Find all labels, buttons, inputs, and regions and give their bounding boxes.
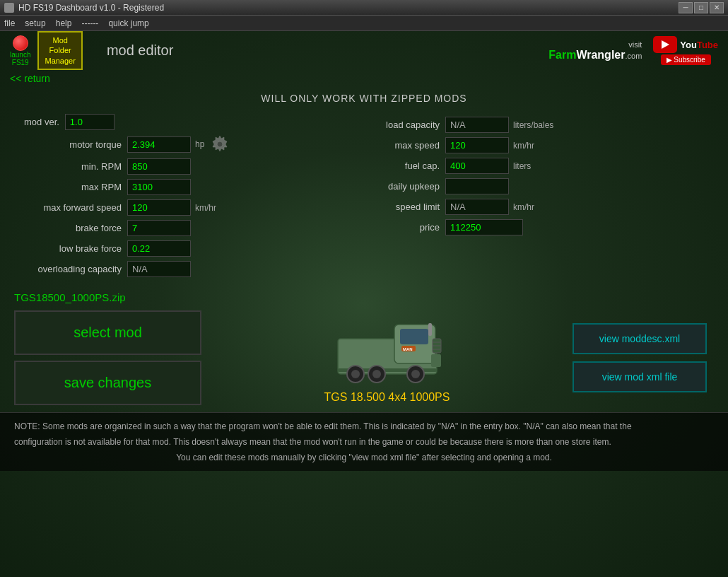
overloading-input[interactable] (127, 261, 191, 277)
truck-name: TGS 18.500 4x4 1000PS (324, 391, 450, 404)
visit-area: visit FarmWrangler.com (548, 40, 642, 62)
min-rpm-input[interactable] (127, 158, 191, 175)
launch-icon (13, 35, 28, 51)
note-line2: configuration is not available for that … (14, 436, 714, 448)
menu-file[interactable]: file (4, 18, 15, 28)
load-cap-unit: liters/bales (509, 120, 553, 130)
maximize-button[interactable]: □ (694, 2, 708, 13)
form-left: mod ver. motor torque hp min. RPM (14, 114, 360, 281)
max-fwd-label: max forward speed (14, 202, 127, 213)
mod-folder-manager-button[interactable]: Mod Folder Manager (37, 31, 82, 70)
motor-torque-row: motor torque hp (14, 134, 360, 154)
fuel-cap-input[interactable] (445, 158, 509, 174)
max-rpm-input[interactable] (127, 179, 191, 195)
view-mod-xml-button[interactable]: view mod xml file (573, 361, 707, 392)
minimize-button[interactable]: ─ (679, 2, 693, 13)
svg-point-8 (351, 370, 360, 378)
max-fwd-unit: km/hr (191, 203, 216, 213)
load-cap-input[interactable] (445, 117, 509, 133)
title-bar: HD FS19 Dashboard v1.0 - Registered ─ □ … (0, 0, 728, 16)
speed-limit-label: speed limit (368, 202, 445, 212)
bottom-section: select mod save changes (0, 306, 728, 409)
select-mod-button[interactable]: select mod (14, 310, 201, 355)
main-form: mod ver. motor torque hp min. RPM (0, 110, 728, 286)
view-moddesc-button[interactable]: view moddesc.xml (573, 323, 707, 354)
play-icon (662, 40, 669, 49)
menu-quickjump[interactable]: quick jump (108, 18, 148, 28)
menu-setup[interactable]: setup (25, 18, 45, 28)
launch-line1: launch (10, 51, 30, 59)
low-brake-row: low brake force (14, 240, 360, 257)
max-speed-label: max speed (368, 140, 445, 151)
youtube-text: YouTube (680, 40, 718, 49)
speed-limit-row: speed limit km/hr (368, 199, 714, 215)
max-fwd-input[interactable] (127, 199, 191, 216)
launch-line2: FS19 (12, 59, 29, 66)
low-brake-label: low brake force (14, 243, 127, 254)
motor-torque-unit: hp (191, 139, 204, 149)
save-changes-button[interactable]: save changes (14, 361, 201, 405)
load-cap-label: load capacity (368, 120, 445, 130)
load-cap-row: load capacity liters/bales (368, 117, 714, 133)
note-line1: NOTE: Some mods are organized in such a … (14, 420, 714, 433)
svg-rect-13 (428, 323, 432, 336)
fuel-cap-label: fuel cap. (368, 161, 445, 171)
app-title-bar: HD FS19 Dashboard v1.0 - Registered (18, 3, 679, 13)
modver-input[interactable] (65, 114, 115, 130)
daily-upkeep-label: daily upkeep (368, 181, 445, 192)
brake-force-input[interactable] (127, 220, 191, 236)
page-title: mod editor (93, 42, 548, 59)
speed-limit-unit: km/hr (509, 202, 534, 212)
max-rpm-label: max RPM (14, 182, 127, 192)
max-speed-unit: km/hr (509, 141, 534, 151)
svg-point-1 (217, 141, 223, 147)
overloading-label: overloading capacity (14, 264, 127, 274)
filename-display: TGS18500_1000PS.zip (0, 286, 728, 306)
daily-upkeep-row: daily upkeep (368, 178, 714, 194)
app-icon (4, 3, 14, 13)
max-speed-input[interactable] (445, 137, 509, 153)
visit-label: visit (628, 40, 642, 49)
speed-limit-input[interactable] (445, 199, 509, 215)
truck-preview-area: MAN TGS 18.500 4x4 1000PS (213, 310, 561, 405)
motor-torque-input[interactable] (127, 136, 191, 153)
settings-icon (210, 134, 230, 154)
subscribe-button[interactable]: ▶ Subscribe (661, 54, 711, 65)
notes-section: NOTE: Some mods are organized in such a … (0, 412, 728, 471)
price-input[interactable] (445, 219, 523, 235)
max-fwd-row: max forward speed km/hr (14, 199, 360, 216)
overloading-row: overloading capacity (14, 261, 360, 277)
motor-torque-label: motor torque (14, 139, 127, 150)
brake-force-row: brake force (14, 220, 360, 236)
svg-rect-5 (431, 354, 441, 367)
min-rpm-row: min. RPM (14, 158, 360, 175)
max-rpm-row: max RPM (14, 179, 360, 195)
svg-point-10 (372, 370, 381, 378)
fuel-cap-row: fuel cap. liters (368, 158, 714, 174)
header: launch FS19 Mod Folder Manager mod edito… (0, 31, 728, 70)
fuel-cap-unit: liters (509, 161, 531, 171)
return-button[interactable]: << return (0, 70, 728, 87)
action-buttons: select mod save changes (14, 310, 201, 405)
close-button[interactable]: ✕ (710, 2, 724, 13)
truck-image: MAN (331, 310, 444, 388)
svg-point-12 (411, 370, 420, 378)
menu-separator: ------ (81, 18, 98, 28)
min-rpm-label: min. RPM (14, 161, 127, 172)
daily-upkeep-input[interactable] (445, 178, 509, 194)
menu-help[interactable]: help (56, 18, 72, 28)
svg-rect-4 (400, 329, 428, 344)
youtube-logo (653, 36, 677, 53)
low-brake-input[interactable] (127, 240, 191, 257)
price-row: price (368, 219, 714, 235)
modver-row: mod ver. (14, 114, 360, 130)
launch-button[interactable]: launch FS19 (10, 35, 30, 66)
note-line3: You can edit these mods manually by clic… (14, 451, 714, 464)
farmwrangler-logo: FarmWrangler.com (548, 49, 642, 62)
modver-label: mod ver. (24, 117, 65, 127)
form-right: load capacity liters/bales max speed km/… (368, 114, 714, 281)
max-speed-row: max speed km/hr (368, 137, 714, 153)
svg-text:MAN: MAN (403, 347, 413, 351)
view-buttons: view moddesc.xml view mod xml file (573, 310, 714, 405)
youtube-area: YouTube ▶ Subscribe (653, 36, 718, 65)
